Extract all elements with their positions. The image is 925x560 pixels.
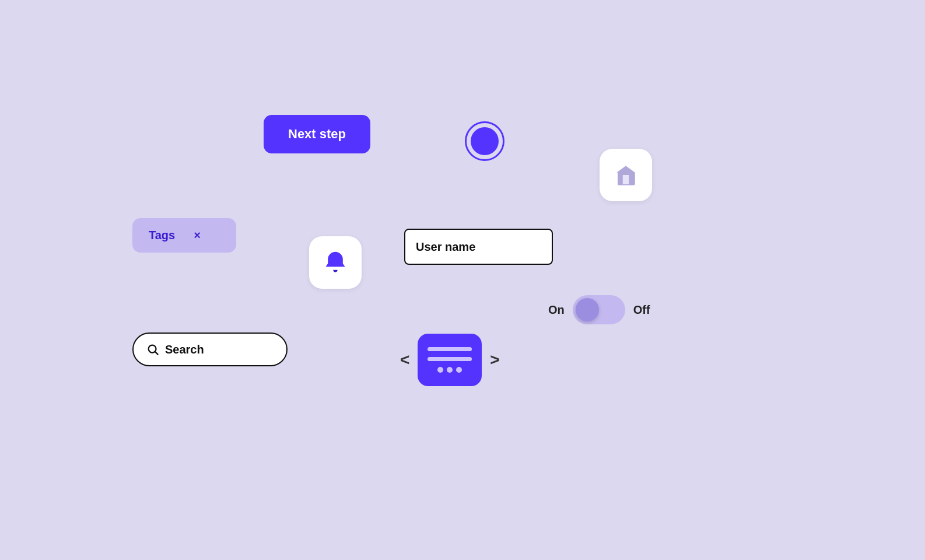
pagination-widget: < > [397, 334, 503, 386]
search-icon [146, 343, 159, 356]
toggle-thumb [576, 298, 599, 321]
tags-chip-label: Tags [149, 229, 175, 242]
pag-dots-row [437, 367, 462, 373]
tags-chip[interactable]: Tags × [132, 218, 236, 253]
pagination-prev-button[interactable]: < [397, 351, 413, 369]
pag-dot-3 [456, 367, 462, 373]
radio-button[interactable] [465, 121, 504, 161]
bell-icon [323, 250, 348, 275]
radio-inner-fill [471, 127, 499, 155]
toggle-switch[interactable] [573, 295, 625, 324]
pag-dot-2 [447, 367, 453, 373]
tags-chip-close[interactable]: × [194, 229, 201, 242]
pagination-next-button[interactable]: > [486, 351, 503, 369]
pag-line-2 [428, 357, 472, 361]
svg-line-1 [155, 352, 158, 355]
pag-line-1 [428, 347, 472, 351]
toggle-off-label: Off [633, 303, 650, 317]
next-step-button[interactable]: Next step [264, 115, 370, 153]
bell-button[interactable] [309, 236, 362, 289]
home-button[interactable] [600, 149, 652, 201]
svg-point-0 [149, 345, 156, 353]
toggle-container: On Off [548, 295, 650, 324]
username-input[interactable] [404, 229, 553, 265]
search-bar[interactable]: Search [132, 332, 288, 366]
pag-dot-1 [437, 367, 443, 373]
home-icon [614, 163, 638, 187]
pagination-card [418, 334, 482, 386]
search-placeholder-text: Search [165, 343, 204, 356]
toggle-on-label: On [548, 303, 565, 317]
